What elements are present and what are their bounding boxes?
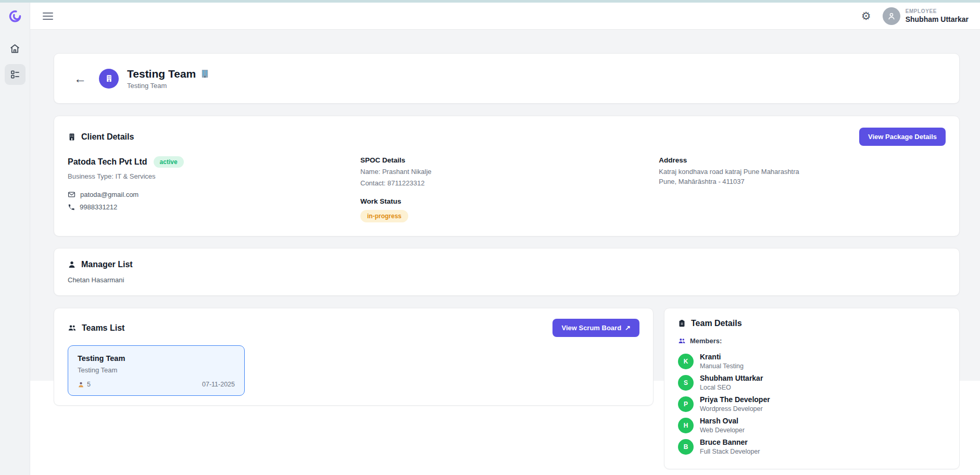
team-tile-subtitle: Testing Team — [78, 366, 235, 374]
member-info: Shubham Uttarkar Local SEO — [700, 374, 763, 391]
client-company-column: Patoda Tech Pvt Ltd active Business Type… — [68, 156, 360, 222]
address-line-2: Pune, Mahārāshtra - 411037 — [659, 178, 946, 185]
member-role: Local SEO — [700, 384, 763, 391]
client-details-card: Client Details View Package Details Pato… — [54, 116, 960, 236]
work-status-heading: Work Status — [360, 197, 659, 205]
member-count-value: 5 — [87, 381, 91, 388]
hamburger-menu-icon[interactable] — [43, 12, 53, 20]
member-row[interactable]: S Shubham Uttarkar Local SEO — [678, 374, 946, 391]
teams-list-title: Teams List — [82, 323, 124, 333]
client-details-grid: Patoda Tech Pvt Ltd active Business Type… — [68, 156, 946, 222]
member-role: Web Developer — [700, 427, 745, 434]
person-icon — [68, 260, 76, 269]
member-name: Priya The Developer — [700, 395, 770, 404]
task-list-icon — [10, 69, 20, 80]
manager-list-heading: Manager List — [68, 260, 946, 269]
member-name: Kranti — [700, 353, 744, 361]
member-row[interactable]: H Harsh Oval Web Developer — [678, 417, 946, 434]
user-avatar — [883, 7, 900, 25]
member-role: Manual Testing — [700, 362, 744, 370]
work-status-badge: in-progress — [360, 210, 408, 222]
app-header: ⚙ EMPLOYEE Shubham Uttarkar — [30, 3, 980, 30]
member-role: Wordpress Developer — [700, 405, 770, 413]
spoc-contact: Contact: 8711223312 — [360, 179, 659, 187]
client-phone-row: 9988331212 — [68, 203, 360, 211]
member-info: Harsh Oval Web Developer — [700, 417, 745, 434]
scrum-button-label: View Scrum Board — [561, 324, 621, 332]
team-avatar — [99, 69, 119, 89]
teams-list-card: Teams List View Scrum Board ↗ Testing Te… — [54, 308, 654, 406]
team-date: 07-11-2025 — [202, 381, 235, 388]
client-spoc-column: SPOC Details Name: Prashant Nikalje Cont… — [360, 156, 659, 222]
building-emoji-icon — [200, 69, 210, 79]
people-icon — [68, 323, 77, 332]
company-name: Patoda Tech Pvt Ltd — [68, 157, 147, 167]
header-right: ⚙ EMPLOYEE Shubham Uttarkar — [861, 7, 969, 25]
sidebar-item-tasks[interactable] — [5, 64, 26, 85]
team-details-card: Team Details Members: K Kranti Manual Te… — [664, 308, 960, 469]
member-list: K Kranti Manual Testing S Shubham Uttark… — [678, 353, 946, 455]
members-label: Members: — [690, 337, 722, 345]
member-count-icon — [78, 381, 84, 388]
team-member-count: 5 — [78, 381, 91, 388]
user-name: Shubham Uttarkar — [906, 15, 969, 23]
sidebar-item-home[interactable] — [5, 38, 26, 59]
member-avatar: H — [678, 418, 694, 433]
member-row[interactable]: K Kranti Manual Testing — [678, 353, 946, 370]
member-avatar: P — [678, 396, 694, 412]
member-avatar: K — [678, 354, 694, 369]
building-icon — [68, 133, 76, 141]
spoc-name: Name: Prashant Nikalje — [360, 168, 659, 176]
client-address-column: Address Katraj kondhava road katraj Pune… — [659, 156, 946, 222]
address-line-1: Katraj kondhava road katraj Pune Maharas… — [659, 168, 946, 176]
member-row[interactable]: B Bruce Banner Full Stack Developer — [678, 438, 946, 455]
members-label-row: Members: — [678, 337, 946, 345]
view-package-details-button[interactable]: View Package Details — [859, 128, 946, 146]
client-email: patoda@gmail.com — [80, 191, 139, 198]
client-details-heading: Client Details — [68, 132, 134, 142]
teams-list-heading: Teams List — [68, 323, 124, 333]
member-info: Bruce Banner Full Stack Developer — [700, 438, 760, 455]
page-title: Testing Team — [127, 68, 210, 80]
member-row[interactable]: P Priya The Developer Wordpress Develope… — [678, 395, 946, 413]
member-name: Bruce Banner — [700, 438, 760, 446]
team-details-heading: Team Details — [678, 319, 946, 328]
team-tile[interactable]: Testing Team Testing Team 5 07-11-2025 — [68, 345, 245, 396]
user-meta: EMPLOYEE Shubham Uttarkar — [906, 8, 969, 23]
page-subtitle: Testing Team — [127, 82, 210, 90]
member-avatar: S — [678, 375, 694, 391]
team-tile-name: Testing Team — [78, 354, 235, 362]
member-name: Harsh Oval — [700, 417, 745, 425]
member-info: Priya The Developer Wordpress Developer — [700, 395, 770, 413]
member-info: Kranti Manual Testing — [700, 353, 744, 370]
phone-icon — [68, 204, 75, 211]
app-logo-icon[interactable] — [8, 9, 22, 23]
clipboard-icon — [678, 319, 686, 328]
page-title-text: Testing Team — [127, 68, 196, 80]
home-icon — [9, 43, 20, 54]
manager-name: Chetan Hasarmani — [68, 276, 946, 284]
manager-list-title: Manager List — [81, 260, 133, 269]
sidebar-nav — [5, 38, 26, 85]
status-badge: active — [154, 156, 184, 168]
teams-row: Teams List View Scrum Board ↗ Testing Te… — [54, 308, 960, 469]
client-details-title: Client Details — [81, 132, 134, 142]
client-phone: 9988331212 — [80, 203, 117, 211]
member-avatar: B — [678, 439, 694, 455]
user-menu[interactable]: EMPLOYEE Shubham Uttarkar — [883, 7, 969, 25]
spoc-heading: SPOC Details — [360, 156, 659, 164]
main-content: ← Testing Team Testing Team — [30, 30, 980, 381]
member-name: Shubham Uttarkar — [700, 374, 763, 382]
page-title-block: Testing Team Testing Team — [127, 68, 210, 90]
sidebar — [0, 3, 30, 475]
user-role-label: EMPLOYEE — [906, 8, 969, 14]
back-arrow-icon[interactable]: ← — [74, 72, 86, 85]
business-type: Business Type: IT & Services — [68, 172, 360, 180]
client-email-row: patoda@gmail.com — [68, 191, 360, 198]
email-icon — [68, 191, 76, 198]
external-link-icon: ↗ — [625, 324, 631, 332]
gear-icon[interactable]: ⚙ — [861, 10, 871, 21]
view-scrum-board-button[interactable]: View Scrum Board ↗ — [552, 319, 639, 337]
member-role: Full Stack Developer — [700, 448, 760, 455]
manager-list-card: Manager List Chetan Hasarmani — [54, 248, 960, 296]
